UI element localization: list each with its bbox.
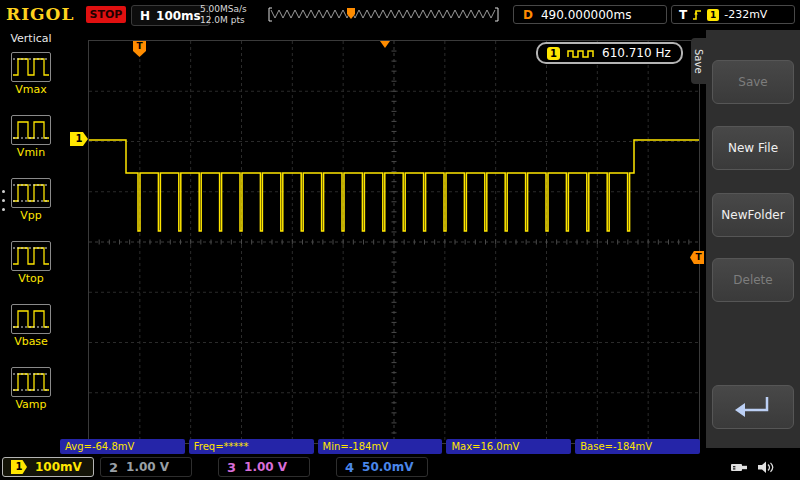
menu-title-tab: Save — [691, 38, 706, 84]
frequency-counter: 1 610.710 Hz — [536, 42, 683, 64]
trigger-label: T — [679, 8, 687, 22]
measurement-base: Base=-184mV — [575, 439, 700, 454]
waveform-display — [88, 40, 700, 444]
delay-value: 490.000000ms — [541, 8, 631, 22]
channel-4-indicator[interactable]: 4 50.0mV — [336, 457, 428, 477]
screen-center-marker-icon — [380, 41, 390, 48]
oscilloscope-screen: RIGOL STOP H 100ms 5.00MSa/s 12.0M pts D… — [0, 0, 800, 480]
sidebar-item-label: Vmax — [15, 83, 47, 96]
return-arrow-icon — [723, 392, 783, 422]
vpp-icon — [11, 178, 51, 208]
channel-2-scale: 1.00 V — [126, 460, 169, 474]
sidebar-scroll-indicator — [2, 190, 5, 211]
channel-1-position-marker[interactable]: 1 — [70, 132, 88, 146]
menu-button-new-file[interactable]: New File — [712, 126, 794, 170]
channel-status-bar: 1 100mV 2 1.00 V 3 1.00 V 4 50.0mV — [0, 456, 800, 480]
horizontal-label: H — [140, 9, 150, 23]
menu-button-delete[interactable]: Delete — [712, 258, 794, 302]
graticule — [89, 41, 699, 443]
sidebar-title: Vertical — [0, 32, 62, 45]
vtop-icon — [11, 241, 51, 271]
channel-1-indicator[interactable]: 1 100mV — [2, 457, 94, 477]
sidebar-item-label: Vmin — [17, 146, 45, 159]
sidebar-item-label: Vtop — [18, 272, 44, 285]
run-state-badge: STOP — [86, 6, 126, 23]
vmin-icon — [11, 115, 51, 145]
vbase-icon — [11, 304, 51, 334]
measurement-avg: Avg=-64.8mV — [60, 439, 185, 454]
freq-counter-channel-badge: 1 — [547, 47, 560, 60]
channel-1-badge: 1 — [11, 460, 27, 474]
timebase-value: 100ms — [156, 9, 201, 23]
channel-3-badge: 3 — [227, 460, 236, 475]
horizontal-timebase[interactable]: H 100ms — [131, 5, 210, 26]
brand-logo: RIGOL — [6, 4, 74, 24]
memory-waveform-overview[interactable] — [267, 7, 501, 22]
channel-3-scale: 1.00 V — [244, 460, 287, 474]
speaker-icon — [757, 460, 775, 475]
channel-4-badge: 4 — [345, 460, 354, 475]
memory-depth: 12.0M pts — [200, 15, 247, 26]
acquisition-info: 5.00MSa/s 12.0M pts — [200, 4, 247, 26]
channel-2-badge: 2 — [109, 460, 118, 475]
square-wave-icon — [567, 48, 595, 59]
delay-label: D — [523, 8, 533, 22]
trigger-level-value: -232mV — [724, 8, 767, 21]
freq-counter-value: 610.710 Hz — [602, 46, 671, 60]
trigger-source-badge: 1 — [707, 9, 719, 21]
menu-button-back[interactable] — [712, 385, 794, 429]
channel-4-scale: 50.0mV — [362, 460, 413, 474]
sidebar-item-label: Vamp — [15, 398, 46, 411]
sample-rate: 5.00MSa/s — [200, 4, 247, 15]
measurement-max: Max=16.0mV — [446, 439, 571, 454]
sidebar-item-label: Vpp — [20, 209, 42, 222]
vamp-icon — [11, 367, 51, 397]
sidebar-item-vamp[interactable]: Vamp — [0, 361, 62, 424]
trigger-edge-icon — [692, 8, 702, 22]
measurement-min: Min=-184mV — [318, 439, 443, 454]
sidebar-item-vmin[interactable]: Vmin — [0, 109, 62, 172]
channel-1-scale: 100mV — [35, 460, 82, 474]
sidebar-item-vbase[interactable]: Vbase — [0, 298, 62, 361]
save-menu-panel: Save Save New File NewFolder Delete — [706, 30, 800, 448]
top-bar: RIGOL STOP H 100ms 5.00MSa/s 12.0M pts D… — [0, 0, 800, 30]
channel-3-indicator[interactable]: 3 1.00 V — [218, 457, 310, 477]
channel-2-indicator[interactable]: 2 1.00 V — [100, 457, 192, 477]
menu-button-new-folder[interactable]: NewFolder — [712, 193, 794, 237]
vertical-measure-sidebar: Vertical Vmax Vmin Vpp Vtop Vbase Vamp — [0, 32, 62, 442]
horizontal-delay: D 490.000000ms — [513, 5, 667, 24]
overview-waveform-icon — [267, 7, 501, 22]
sidebar-item-vmax[interactable]: Vmax — [0, 46, 62, 109]
sidebar-item-vtop[interactable]: Vtop — [0, 235, 62, 298]
usb-icon — [730, 460, 750, 475]
trigger-info: T 1 -232mV — [671, 5, 795, 24]
measurement-bar: Avg=-64.8mV Freq=***** Min=-184mV Max=16… — [60, 439, 700, 454]
vmax-icon — [11, 52, 51, 82]
sidebar-item-vpp[interactable]: Vpp — [0, 172, 62, 235]
menu-button-save[interactable]: Save — [712, 60, 794, 104]
sidebar-item-label: Vbase — [14, 335, 48, 348]
measurement-freq: Freq=***** — [189, 439, 314, 454]
